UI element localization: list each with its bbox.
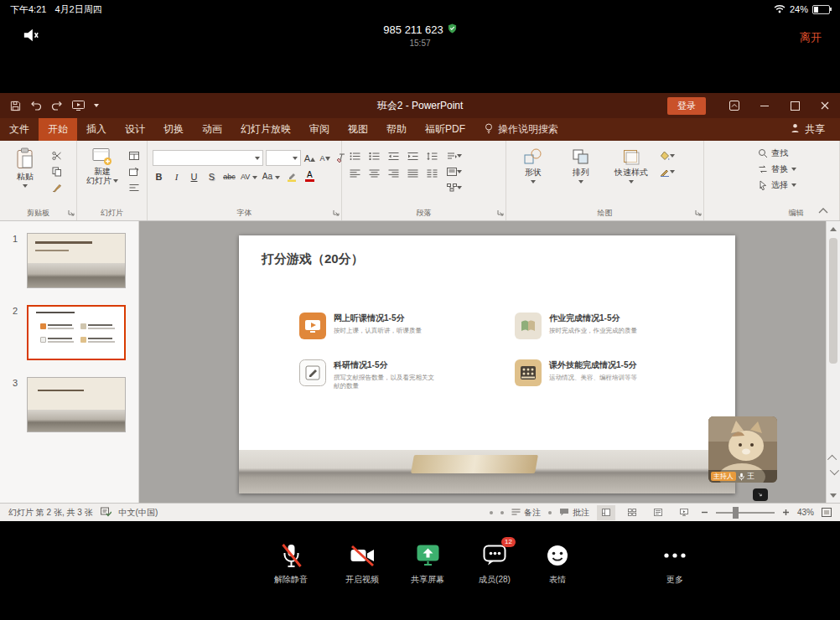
shape-fill-icon[interactable] xyxy=(660,149,675,162)
zoom-percent[interactable]: 43% xyxy=(797,508,814,517)
highlight-color-icon[interactable] xyxy=(285,170,300,183)
slide-thumbnail-1[interactable]: 1 xyxy=(27,233,127,288)
drawing-dialog-launcher-icon[interactable] xyxy=(695,206,702,219)
tab-insert[interactable]: 插入 xyxy=(77,118,116,141)
scrollbar-thumb[interactable] xyxy=(829,238,837,364)
comments-button[interactable]: 批注 xyxy=(559,507,589,519)
close-button[interactable] xyxy=(810,93,840,118)
font-name-combo[interactable] xyxy=(153,150,263,166)
reading-view-icon[interactable] xyxy=(649,505,667,520)
notes-button[interactable]: 备注 xyxy=(511,507,541,519)
start-slideshow-icon[interactable] xyxy=(72,101,85,111)
copy-icon[interactable] xyxy=(49,165,65,178)
select-button[interactable]: 选择 xyxy=(758,178,834,192)
tab-foxit-pdf[interactable]: 福昕PDF xyxy=(416,118,474,141)
tab-file[interactable]: 文件 xyxy=(0,118,39,141)
underline-button[interactable]: U xyxy=(188,172,200,182)
align-center-icon[interactable] xyxy=(366,167,381,179)
new-slide-button[interactable]: 新建 幻灯片 xyxy=(82,145,122,207)
fit-to-window-icon[interactable] xyxy=(822,508,832,517)
slide-sorter-view-icon[interactable] xyxy=(623,505,641,520)
shrink-font-icon[interactable]: A xyxy=(319,154,331,163)
participant-video-tile[interactable]: 主持人 王 xyxy=(708,416,777,483)
decrease-indent-icon[interactable] xyxy=(386,150,401,163)
leave-meeting-button[interactable]: 离开 xyxy=(795,29,827,46)
find-button[interactable]: 查找 xyxy=(758,146,834,160)
change-case-button[interactable]: Aa xyxy=(262,172,280,181)
tab-home[interactable]: 开始 xyxy=(39,118,77,141)
normal-view-icon[interactable] xyxy=(597,505,615,520)
format-painter-icon[interactable] xyxy=(49,181,65,194)
start-video-button[interactable]: 开启视频 xyxy=(330,541,394,586)
bold-button[interactable]: B xyxy=(153,172,165,182)
quick-styles-button[interactable]: 快速样式 xyxy=(607,145,656,207)
share-screen-button[interactable]: 共享屏幕 xyxy=(396,541,459,586)
section-icon[interactable] xyxy=(127,181,142,194)
vertical-scrollbar[interactable] xyxy=(826,221,840,503)
login-button[interactable]: 登录 xyxy=(667,97,706,115)
shapes-button[interactable]: 形状 xyxy=(511,145,555,207)
more-button[interactable]: 更多 xyxy=(643,541,707,586)
slide-thumbnail-3[interactable]: 3 xyxy=(27,377,127,432)
next-slide-icon[interactable] xyxy=(827,466,840,478)
previous-slide-icon[interactable] xyxy=(827,452,840,464)
scroll-up-icon[interactable] xyxy=(827,223,840,235)
zoom-slider[interactable] xyxy=(716,512,775,514)
font-color-button[interactable]: A xyxy=(305,171,314,182)
unmute-button[interactable]: 解除静音 xyxy=(259,541,323,586)
clipboard-dialog-launcher-icon[interactable] xyxy=(68,206,75,219)
line-spacing-icon[interactable] xyxy=(424,150,439,163)
save-icon[interactable] xyxy=(10,101,21,111)
justify-icon[interactable] xyxy=(405,167,420,179)
reset-slide-icon[interactable] xyxy=(127,165,142,178)
zoom-out-icon[interactable] xyxy=(701,509,708,516)
undo-icon[interactable] xyxy=(30,101,42,111)
tell-me-search[interactable]: 操作说明搜索 xyxy=(474,118,568,141)
video-tile-collapse-icon[interactable] xyxy=(753,488,768,501)
maximize-button[interactable] xyxy=(780,93,810,118)
increase-indent-icon[interactable] xyxy=(405,150,420,163)
tab-help[interactable]: 帮助 xyxy=(377,118,416,141)
bullets-icon[interactable] xyxy=(347,150,362,163)
emoji-button[interactable]: 表情 xyxy=(526,541,589,586)
tab-view[interactable]: 视图 xyxy=(339,118,377,141)
strikethrough-button[interactable]: abc xyxy=(223,173,236,181)
arrange-button[interactable]: 排列 xyxy=(559,145,603,207)
paragraph-dialog-launcher-icon[interactable] xyxy=(497,206,504,219)
minimize-button[interactable] xyxy=(749,93,780,118)
scroll-down-icon[interactable] xyxy=(827,489,840,501)
tab-animations[interactable]: 动画 xyxy=(193,118,231,141)
spellcheck-icon[interactable] xyxy=(101,507,111,519)
font-size-combo[interactable] xyxy=(266,150,301,166)
columns-icon[interactable] xyxy=(424,167,439,179)
tab-slideshow[interactable]: 幻灯片放映 xyxy=(231,118,300,141)
replace-button[interactable]: 替换 xyxy=(758,162,834,176)
paste-button[interactable]: 粘贴 xyxy=(5,145,45,207)
slide-layout-icon[interactable] xyxy=(127,149,142,162)
zoom-in-icon[interactable] xyxy=(782,509,790,516)
italic-button[interactable]: I xyxy=(170,172,183,182)
align-right-icon[interactable] xyxy=(386,167,401,179)
tab-design[interactable]: 设计 xyxy=(116,118,154,141)
tab-review[interactable]: 审阅 xyxy=(300,118,339,141)
slideshow-view-icon[interactable] xyxy=(675,505,693,520)
grow-font-icon[interactable]: A xyxy=(303,153,316,163)
text-direction-icon[interactable] xyxy=(447,149,462,162)
numbering-icon[interactable] xyxy=(366,150,381,163)
slide-thumbnail-2[interactable]: 2 xyxy=(27,305,127,360)
redo-icon[interactable] xyxy=(51,101,63,111)
tab-transitions[interactable]: 切换 xyxy=(154,118,193,141)
align-text-icon[interactable] xyxy=(447,165,462,178)
text-shadow-button[interactable]: S xyxy=(205,172,218,182)
cut-icon[interactable] xyxy=(49,149,65,162)
shape-outline-icon[interactable] xyxy=(660,165,675,178)
align-left-icon[interactable] xyxy=(347,167,362,179)
character-spacing-button[interactable]: AV xyxy=(241,173,257,181)
members-button[interactable]: 12 成员(28) xyxy=(463,541,526,586)
collapse-ribbon-icon[interactable] xyxy=(813,203,833,217)
qat-customize-caret-icon[interactable] xyxy=(94,104,99,107)
zoom-slider-thumb[interactable] xyxy=(733,507,739,519)
font-dialog-launcher-icon[interactable] xyxy=(333,206,340,219)
language-indicator[interactable]: 中文(中国) xyxy=(119,507,158,519)
slide-canvas[interactable]: 打分游戏（20分） 网上听课情况1-5分按时上课，认真听讲，听课质量 作业完成情… xyxy=(239,235,735,493)
